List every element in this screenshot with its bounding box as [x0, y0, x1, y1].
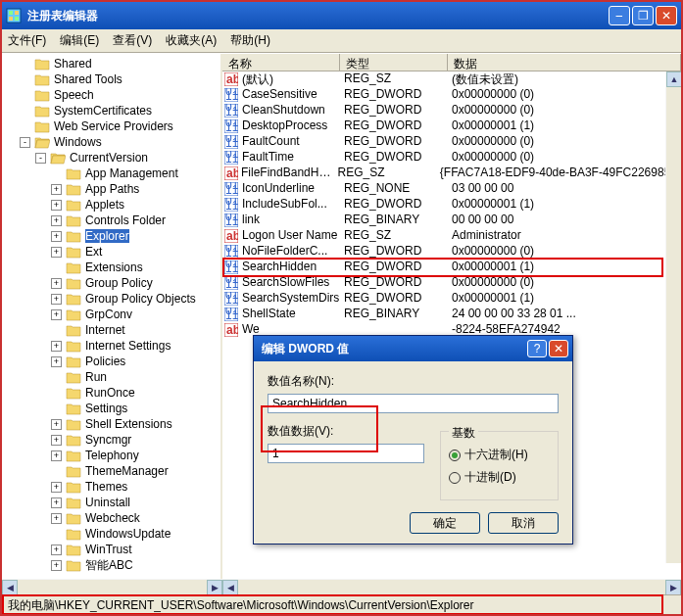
expand-toggle[interactable]: +: [51, 498, 62, 508]
expand-toggle[interactable]: +: [51, 309, 62, 320]
col-name[interactable]: 名称: [222, 54, 340, 71]
scroll-right-icon[interactable]: ▶: [665, 580, 681, 595]
expand-toggle[interactable]: +: [51, 450, 62, 461]
menu-view[interactable]: 查看(V): [113, 32, 152, 49]
tree-item[interactable]: +WinTrust: [4, 542, 222, 557]
scroll-right-icon[interactable]: ▶: [207, 580, 222, 595]
list-vscroll[interactable]: ▲: [665, 71, 681, 563]
expand-toggle[interactable]: +: [51, 513, 62, 524]
list-row[interactable]: ShellStateREG_BINARY24 00 00 00 33 28 01…: [222, 307, 681, 322]
tree-item[interactable]: +Group Policy Objects: [4, 291, 222, 307]
list-row[interactable]: linkREG_BINARY00 00 00 00: [222, 213, 681, 228]
expand-toggle[interactable]: +: [51, 231, 62, 242]
menu-help[interactable]: 帮助(H): [230, 32, 270, 49]
expand-toggle[interactable]: +: [51, 247, 62, 258]
expand-toggle[interactable]: -: [35, 153, 46, 164]
expand-toggle[interactable]: +: [51, 278, 62, 289]
tree-item[interactable]: ThemeManager: [4, 463, 222, 479]
tree-item[interactable]: +Applets: [4, 197, 222, 213]
menu-fav[interactable]: 收藏夹(A): [166, 32, 217, 49]
expand-toggle[interactable]: +: [51, 560, 62, 571]
tree-item[interactable]: Internet: [4, 322, 222, 338]
list-row[interactable]: FileFindBandHookREG_SZ{FFAC7A18-EDF9-40d…: [222, 166, 681, 181]
cancel-button[interactable]: 取消: [488, 512, 559, 534]
tree-item[interactable]: -CurrentVersion: [4, 150, 222, 166]
tree-item[interactable]: +Explorer: [4, 228, 222, 244]
scroll-up-icon[interactable]: ▲: [666, 71, 681, 87]
tree-hscroll[interactable]: ◀▶: [2, 579, 222, 594]
list-row[interactable]: IconUnderlineREG_NONE03 00 00 00: [222, 181, 681, 197]
ok-button[interactable]: 确定: [410, 512, 480, 534]
tree-item[interactable]: +Themes: [4, 479, 222, 495]
expand-toggle[interactable]: +: [51, 215, 62, 226]
tree-item[interactable]: App Management: [4, 166, 222, 181]
tree-item[interactable]: +Webcheck: [4, 510, 222, 526]
tree-item[interactable]: +Controls Folder: [4, 213, 222, 228]
tree-item[interactable]: Shared Tools: [4, 71, 222, 87]
expand-toggle[interactable]: +: [51, 482, 62, 493]
tree-item[interactable]: Run: [4, 369, 222, 385]
tree-item[interactable]: Extensions: [4, 260, 222, 275]
menu-edit[interactable]: 编辑(E): [60, 32, 99, 49]
list-row[interactable]: NoFileFolderC...REG_DWORD0x00000000 (0): [222, 244, 681, 260]
tree-item[interactable]: RunOnce: [4, 385, 222, 401]
tree-item[interactable]: +Group Policy: [4, 275, 222, 291]
dialog-close-button[interactable]: ✕: [549, 340, 568, 357]
tree-item[interactable]: WindowsUpdate: [4, 526, 222, 542]
tree-item[interactable]: +Ext: [4, 244, 222, 260]
expand-toggle[interactable]: +: [51, 545, 62, 555]
tree-item[interactable]: +App Paths: [4, 181, 222, 197]
expand-toggle[interactable]: +: [51, 341, 62, 352]
maximize-button[interactable]: ❐: [632, 6, 654, 25]
tree-item[interactable]: +Telephony: [4, 448, 222, 463]
list-row[interactable]: DesktopProcessREG_DWORD0x00000001 (1): [222, 118, 681, 134]
list-row[interactable]: FaultCountREG_DWORD0x00000000 (0): [222, 134, 681, 150]
tree-item[interactable]: +Uninstall: [4, 495, 222, 510]
list-row[interactable]: SearchHiddenREG_DWORD0x00000001 (1): [222, 260, 681, 275]
tree-item[interactable]: +Syncmgr: [4, 432, 222, 448]
dialog-titlebar[interactable]: 编辑 DWORD 值 ? ✕: [254, 336, 572, 361]
scroll-left-icon[interactable]: ◀: [222, 580, 238, 595]
tree-item[interactable]: +智能ABC: [4, 557, 222, 573]
radio-dec[interactable]: 十进制(D): [449, 469, 550, 486]
tree-item[interactable]: -Windows: [4, 134, 222, 150]
tree-item[interactable]: Web Service Providers: [4, 118, 222, 134]
col-type[interactable]: 类型: [340, 54, 448, 71]
value-data-input[interactable]: [268, 444, 424, 463]
tree-item[interactable]: +GrpConv: [4, 307, 222, 322]
list-row[interactable]: SearchSlowFilesREG_DWORD0x00000000 (0): [222, 275, 681, 291]
edit-dword-dialog[interactable]: 编辑 DWORD 值 ? ✕ 数值名称(N): 数值数据(V): 基数 十六进制…: [253, 335, 573, 545]
titlebar[interactable]: 注册表编辑器 ‒ ❐ ✕: [2, 2, 681, 29]
list-row[interactable]: (默认)REG_SZ(数值未设置): [222, 71, 681, 87]
expand-toggle[interactable]: +: [51, 184, 62, 195]
minimize-button[interactable]: ‒: [609, 6, 630, 25]
value-name-input[interactable]: [268, 394, 559, 413]
menu-file[interactable]: 文件(F): [8, 32, 46, 49]
list-row[interactable]: IncludeSubFol...REG_DWORD0x00000001 (1): [222, 197, 681, 213]
tree-item[interactable]: Speech: [4, 87, 222, 103]
expand-toggle[interactable]: +: [51, 294, 62, 305]
radio-hex[interactable]: 十六进制(H): [449, 447, 550, 463]
expand-toggle[interactable]: -: [20, 137, 30, 148]
close-button[interactable]: ✕: [656, 6, 677, 25]
list-row[interactable]: CleanShutdownREG_DWORD0x00000000 (0): [222, 103, 681, 118]
expand-toggle[interactable]: +: [51, 419, 62, 430]
tree-item[interactable]: SystemCertificates: [4, 103, 222, 118]
tree-item[interactable]: Shared: [4, 56, 222, 71]
list-row[interactable]: CaseSensitiveREG_DWORD0x00000000 (0): [222, 87, 681, 103]
scroll-left-icon[interactable]: ◀: [2, 580, 18, 595]
list-row[interactable]: SearchSystemDirsREG_DWORD0x00000001 (1): [222, 291, 681, 307]
list-row[interactable]: FaultTimeREG_DWORD0x00000000 (0): [222, 150, 681, 166]
expand-toggle[interactable]: +: [51, 356, 62, 367]
list-row[interactable]: Logon User NameREG_SZAdministrator: [222, 228, 681, 244]
expand-toggle[interactable]: +: [51, 200, 62, 211]
expand-toggle[interactable]: +: [51, 435, 62, 446]
tree-item[interactable]: +Policies: [4, 354, 222, 369]
tree-item[interactable]: +Shell Extensions: [4, 416, 222, 432]
list-header[interactable]: 名称 类型 数据: [222, 54, 681, 71]
tree-item[interactable]: Settings: [4, 401, 222, 416]
dialog-help-button[interactable]: ?: [527, 340, 547, 357]
tree-item[interactable]: +Internet Settings: [4, 338, 222, 354]
tree-pane[interactable]: SharedShared ToolsSpeechSystemCertificat…: [2, 54, 222, 579]
list-hscroll[interactable]: ◀▶: [222, 579, 681, 594]
